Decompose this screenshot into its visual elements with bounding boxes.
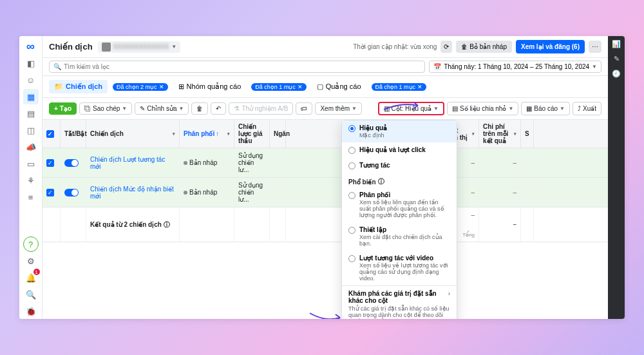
tag-button[interactable]: 🏷 bbox=[296, 102, 312, 115]
chevron-down-icon: ▼ bbox=[592, 64, 597, 70]
tab-adsets[interactable]: ⊞Nhóm quảng cáo bbox=[173, 80, 247, 93]
settings-icon[interactable]: ⚙ bbox=[23, 253, 39, 269]
header-more-button[interactable]: ⋯ bbox=[589, 41, 601, 53]
history-icon[interactable]: 🕘 bbox=[612, 70, 621, 78]
charts-icon[interactable]: 📊 bbox=[612, 40, 621, 48]
close-icon[interactable]: ✕ bbox=[298, 84, 303, 90]
create-button[interactable]: + Tạo bbox=[49, 102, 77, 115]
annotation-arrow-2 bbox=[307, 308, 345, 319]
campaigns-selection-pill[interactable]: Đã chọn 2 mục✕ bbox=[113, 83, 168, 91]
col-budget[interactable]: Ngân bbox=[270, 120, 286, 148]
delete-button[interactable]: 🗑 bbox=[191, 102, 208, 115]
radio-icon bbox=[348, 125, 355, 132]
col-onoff[interactable]: Tắt/Bật bbox=[61, 120, 86, 148]
abtest-button[interactable]: ⚗Thử nghiệm A/B bbox=[229, 102, 293, 115]
more-button[interactable]: Xem thêm▼ bbox=[315, 102, 362, 115]
col-campaign[interactable]: Chiến dịch▾ bbox=[86, 120, 180, 148]
row-checkbox[interactable]: ✓ bbox=[46, 189, 54, 197]
row-checkbox[interactable]: ✓ bbox=[46, 159, 54, 167]
duplicate-button[interactable]: ⿻Sao chép▼ bbox=[79, 102, 132, 115]
smile-icon[interactable]: ☺ bbox=[23, 72, 39, 88]
edit-panel-icon[interactable]: ✎ bbox=[614, 55, 620, 63]
campaign-name-link[interactable]: Chiến dịch Mức độ nhận biết mới bbox=[86, 178, 180, 207]
col-cpr[interactable]: Chi phí trên mỗi kết quả▾ bbox=[479, 120, 521, 148]
close-icon[interactable]: ✕ bbox=[159, 84, 164, 90]
review-publish-button[interactable]: Xem lại và đăng (6) bbox=[516, 40, 585, 53]
table-header-row: ✓ Tắt/Bật Chiến dịch▾ Phân phối ↑▾ Chiến… bbox=[43, 120, 608, 148]
help-icon[interactable]: ? bbox=[23, 236, 39, 252]
close-icon[interactable]: ✕ bbox=[417, 84, 422, 90]
columns-dropdown: Hiệu quảMặc định Hiệu quả và lượt click … bbox=[341, 120, 457, 319]
ads-selection-pill[interactable]: Đã chọn 1 mục✕ bbox=[372, 83, 427, 91]
billing-icon[interactable]: ▭ bbox=[23, 156, 39, 171]
radio-icon bbox=[348, 227, 355, 234]
radio-icon bbox=[348, 147, 355, 154]
search-nav-icon[interactable]: 🔍 bbox=[23, 287, 39, 302]
col-delivery[interactable]: Phân phối ↑▾ bbox=[180, 120, 234, 148]
edit-button[interactable]: ✎Chỉnh sửa▼ bbox=[135, 102, 189, 115]
all-tools-icon[interactable]: ≡ bbox=[23, 189, 39, 205]
campaigns-icon[interactable]: ▦ bbox=[23, 89, 39, 104]
meta-logo-icon[interactable]: ∞ bbox=[23, 39, 39, 54]
flask-icon: ⚗ bbox=[234, 105, 240, 112]
ads-report-icon[interactable]: ▤ bbox=[23, 106, 39, 121]
events-icon[interactable]: ⚘ bbox=[23, 173, 39, 188]
trash-icon: 🗑 bbox=[461, 43, 468, 50]
date-range-picker[interactable]: 📅 Tháng này: 1 Tháng 10, 2024 – 25 Tháng… bbox=[429, 61, 601, 73]
export-icon: ⤴ bbox=[578, 105, 581, 112]
preset-setup[interactable]: Thiết lậpXem cài đặt cho chiến dịch của … bbox=[342, 222, 457, 251]
explore-presets-link[interactable]: ›Khám phá các giá trị đặt sẵn khác cho c… bbox=[342, 285, 457, 319]
folder-icon: 📁 bbox=[54, 82, 63, 91]
notifications-icon[interactable]: 🔔1 bbox=[23, 270, 39, 285]
megaphone-icon[interactable]: 📣 bbox=[23, 139, 39, 155]
columns-icon: ▥ bbox=[384, 105, 390, 112]
col-s[interactable]: S bbox=[521, 120, 534, 148]
reports-button[interactable]: ▦Báo cáo▼ bbox=[521, 102, 570, 115]
table-row[interactable]: ✓ Chiến dịch Lượt tương tác mới Bản nháp… bbox=[43, 148, 608, 178]
right-activity-rail: 📊 ✎ 🕘 bbox=[608, 36, 625, 319]
preset-video[interactable]: Lượt tương tác với videoXem số liệu về l… bbox=[342, 251, 457, 285]
columns-button[interactable]: ▥Cột: Hiệu quả▼ bbox=[378, 102, 444, 115]
table-summary-row: Kết quả từ 2 chiến dịch ⓘ –tài khoản tro… bbox=[43, 207, 608, 242]
preset-performance[interactable]: Hiệu quảMặc định bbox=[342, 120, 457, 142]
campaign-name-link[interactable]: Chiến dịch Lượt tương tác mới bbox=[86, 148, 180, 177]
audiences-icon[interactable]: ◫ bbox=[23, 122, 39, 138]
last-updated-text: Thời gian cập nhật: vừa xong bbox=[353, 43, 437, 50]
report-icon: ▦ bbox=[526, 105, 532, 112]
col-bid[interactable]: Chiến lược giá thầu bbox=[234, 120, 270, 148]
data-table: ✓ Tắt/Bật Chiến dịch▾ Phân phối ↑▾ Chiến… bbox=[43, 120, 608, 319]
export-button[interactable]: ⤴Xuất bbox=[573, 102, 601, 115]
breakdown-icon: ▤ bbox=[452, 105, 458, 112]
trash-icon: 🗑 bbox=[196, 105, 203, 112]
refresh-button[interactable]: ⟳ bbox=[440, 41, 452, 53]
tag-icon: 🏷 bbox=[301, 105, 307, 112]
copy-icon: ⿻ bbox=[84, 105, 91, 112]
row-toggle[interactable] bbox=[64, 189, 79, 197]
account-overview-icon[interactable]: ◧ bbox=[23, 55, 39, 71]
info-icon[interactable]: ⓘ bbox=[378, 177, 384, 186]
adsets-selection-pill[interactable]: Đã chọn 1 mục✕ bbox=[251, 83, 307, 91]
info-icon[interactable]: ⓘ bbox=[164, 220, 170, 229]
breakdown-button[interactable]: ▤Số liệu chia nhỏ▼ bbox=[447, 102, 518, 115]
preset-engagement[interactable]: Tương tác bbox=[342, 158, 457, 173]
tab-ads[interactable]: ▢Quảng cáo bbox=[312, 80, 366, 93]
pencil-icon: ✎ bbox=[140, 105, 145, 112]
preset-performance-clicks[interactable]: Hiệu quả và lượt click bbox=[342, 142, 457, 158]
status-dot-icon bbox=[184, 191, 187, 195]
adset-icon: ⊞ bbox=[178, 82, 184, 91]
dropdown-section-popular: Phổ biếnⓘ bbox=[342, 173, 457, 187]
discard-draft-button[interactable]: 🗑Bỏ bản nháp bbox=[456, 41, 512, 53]
tab-campaigns[interactable]: 📁Chiến dịch bbox=[49, 80, 108, 93]
page-header: Chiến dịch XXXXXXXXXXXXX ▼ Thời gian cập… bbox=[43, 36, 608, 58]
search-filter-input[interactable]: 🔍 bbox=[49, 61, 425, 73]
level-tabs: 📁Chiến dịch Đã chọn 2 mục✕ ⊞Nhóm quảng c… bbox=[43, 76, 608, 98]
account-selector[interactable]: XXXXXXXXXXXXX ▼ bbox=[98, 41, 181, 53]
chevron-down-icon: ▼ bbox=[171, 44, 176, 50]
table-row[interactable]: ✓ Chiến dịch Mức độ nhận biết mới Bản nh… bbox=[43, 178, 608, 207]
account-avatar-icon bbox=[102, 43, 111, 52]
preset-delivery[interactable]: Phân phốiXem số liệu liên quan đến tần s… bbox=[342, 187, 457, 222]
select-all-checkbox[interactable]: ✓ bbox=[46, 130, 54, 138]
row-toggle[interactable] bbox=[64, 159, 79, 167]
revert-button[interactable]: ↶ bbox=[211, 102, 226, 115]
bug-icon[interactable]: 🐞 bbox=[23, 303, 39, 319]
